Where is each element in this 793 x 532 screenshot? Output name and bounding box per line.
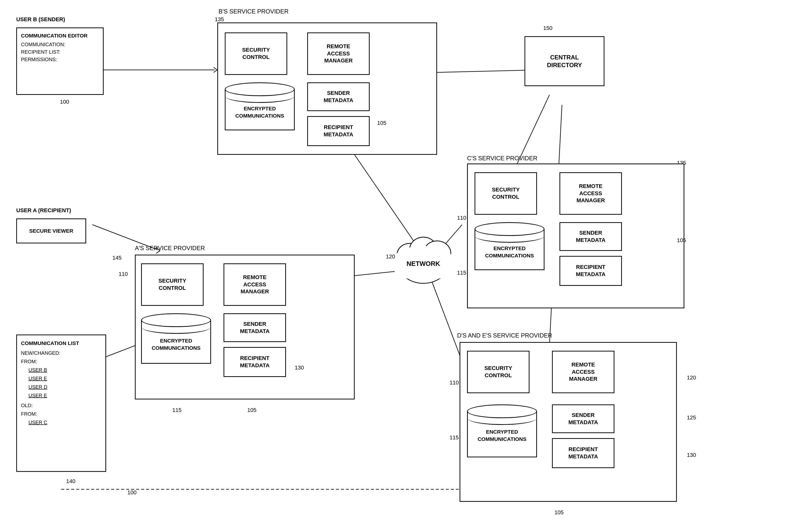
- ref-110c: 110: [449, 379, 459, 386]
- secure-viewer-box: SECURE VIEWER: [16, 218, 86, 243]
- des-security-control: SECURITYCONTROL: [467, 351, 530, 393]
- svg-line-7: [512, 95, 550, 175]
- comm-list-box: COMMUNICATION LIST NEW/CHANGED: FROM: US…: [16, 335, 106, 472]
- bs-recipient-metadata: RECIPIENTMETADATA: [307, 116, 370, 146]
- comm-list-old: OLD:: [21, 401, 102, 410]
- ref-140: 140: [66, 478, 75, 484]
- bs-security-control: SECURITYCONTROL: [225, 33, 287, 75]
- ref-115c: 115: [449, 434, 459, 441]
- comm-editor-line1: COMMUNICATION:: [21, 41, 99, 48]
- comm-list-title: COMMUNICATION LIST: [21, 339, 102, 348]
- ref-135a: 135: [215, 16, 224, 23]
- ref-125: 125: [687, 414, 696, 421]
- ref-120b: 120: [687, 375, 696, 381]
- comm-editor-line3: PERMISSIONS:: [21, 56, 99, 63]
- user-a-label: USER A (RECIPIENT): [16, 207, 71, 214]
- ref-115a: 115: [457, 270, 466, 276]
- ref-150: 150: [543, 25, 552, 32]
- ref-105d: 105: [554, 509, 564, 516]
- svg-line-6: [437, 70, 537, 72]
- comm-list-userd: USER D: [21, 383, 102, 391]
- bs-sender-metadata: SENDERMETADATA: [307, 82, 370, 111]
- as-recipient-metadata: RECIPIENTMETADATA: [223, 347, 286, 377]
- des-recipient-metadata: RECIPIENTMETADATA: [552, 438, 614, 468]
- ref-105a: 105: [377, 120, 386, 126]
- ref-130a: 130: [295, 364, 304, 371]
- comm-list-userb: USER B: [21, 366, 102, 374]
- bs-remote-access: REMOTEACCESSMANAGER: [307, 33, 370, 75]
- comm-list-new: NEW/CHANGED:: [21, 349, 102, 357]
- ref-120a: 120: [386, 253, 395, 260]
- central-directory-box: CENTRALDIRECTORY: [524, 36, 605, 86]
- des-provider-title: D'S AND E'S SERVICE PROVIDER: [457, 332, 552, 339]
- ref-100a: 100: [60, 99, 69, 105]
- ref-130b: 130: [687, 452, 696, 458]
- comm-list-usere2: USER E: [21, 391, 102, 400]
- ref-105-as: 105: [247, 407, 257, 413]
- des-sender-metadata: SENDERMETADATA: [552, 404, 614, 433]
- cs-sender-metadata: SENDERMETADATA: [559, 222, 622, 251]
- as-security-control: SECURITYCONTROL: [141, 263, 204, 306]
- cs-remote-access: REMOTEACCESSMANAGER: [559, 172, 622, 215]
- cs-recipient-metadata: RECIPIENTMETADATA: [559, 256, 622, 286]
- cs-security-control: SECURITYCONTROL: [475, 172, 537, 215]
- bs-provider-title: B'S SERVICE PROVIDER: [219, 8, 289, 15]
- comm-editor-title: COMMUNICATION EDITOR: [21, 32, 99, 40]
- comm-editor-box: COMMUNICATION EDITOR COMMUNICATION: RECI…: [16, 27, 104, 95]
- network-shape: NETWORK: [394, 235, 452, 292]
- as-encrypted-comms: ENCRYPTEDCOMMUNICATIONS: [141, 313, 211, 371]
- ref-105b: 105: [677, 237, 686, 244]
- des-remote-access: REMOTEACCESSMANAGER: [552, 351, 614, 393]
- as-sender-metadata: SENDERMETADATA: [223, 313, 286, 342]
- user-b-label: USER B (SENDER): [16, 16, 65, 23]
- cs-provider-title: C'S SERVICE PROVIDER: [467, 155, 537, 162]
- diagram: USER B (SENDER) COMMUNICATION EDITOR COM…: [0, 0, 793, 532]
- comm-list-userc: USER C: [21, 418, 102, 426]
- comm-editor-line2: RECIPIENT LIST:: [21, 48, 99, 56]
- ref-145: 145: [112, 255, 122, 261]
- ref-110a: 110: [457, 215, 466, 221]
- comm-list-usere1: USER E: [21, 374, 102, 383]
- cs-encrypted-comms: ENCRYPTEDCOMMUNICATIONS: [475, 222, 545, 277]
- as-remote-access: REMOTEACCESSMANAGER: [223, 263, 286, 306]
- comm-list-from: FROM:: [21, 357, 102, 366]
- bs-encrypted-comms: ENCRYPTEDCOMMUNICATIONS: [225, 82, 295, 137]
- svg-text:NETWORK: NETWORK: [407, 260, 440, 267]
- des-encrypted-comms: ENCRYPTEDCOMMUNICATIONS: [467, 404, 537, 464]
- ref-110-as: 110: [118, 271, 128, 277]
- ref-100b: 100: [127, 489, 136, 496]
- comm-list-old-from: FROM:: [21, 410, 102, 418]
- ref-115b: 115: [172, 407, 182, 413]
- as-provider-title: A'S SERVICE PROVIDER: [135, 245, 205, 252]
